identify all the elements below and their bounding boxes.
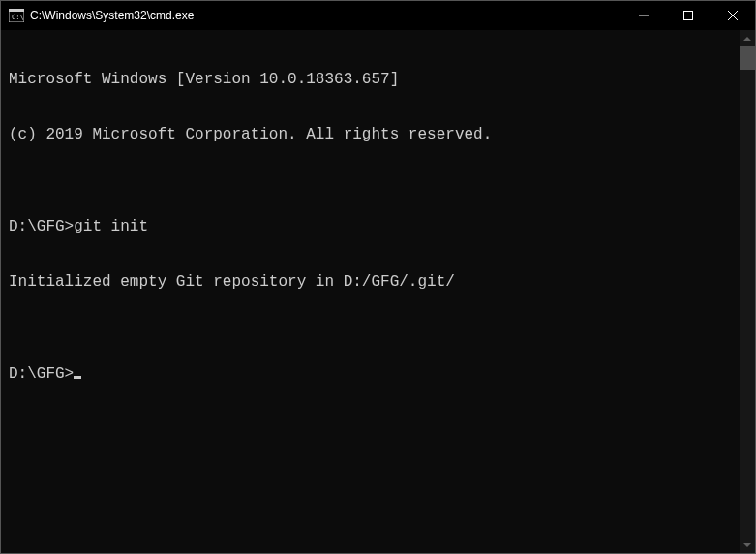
svg-rect-1: [9, 9, 24, 12]
terminal-line: Microsoft Windows [Version 10.0.18363.65…: [9, 71, 747, 89]
terminal-prompt: D:\GFG>: [9, 365, 74, 383]
maximize-button[interactable]: [666, 1, 711, 30]
terminal-body[interactable]: Microsoft Windows [Version 10.0.18363.65…: [1, 30, 755, 553]
svg-text:C:\: C:\: [12, 14, 24, 21]
window-controls: [621, 1, 755, 30]
svg-marker-7: [743, 37, 751, 41]
terminal-prompt-line: D:\GFG>: [9, 365, 747, 384]
terminal-line: D:\GFG>git init: [9, 218, 747, 236]
scrollbar-down-button[interactable]: [740, 537, 755, 553]
terminal-line: Initialized empty Git repository in D:/G…: [9, 273, 747, 292]
cmd-icon: C:\: [9, 8, 24, 23]
window-title: C:\Windows\System32\cmd.exe: [30, 9, 621, 22]
terminal-content: Microsoft Windows [Version 10.0.18363.65…: [9, 34, 747, 420]
terminal-line: (c) 2019 Microsoft Corporation. All righ…: [9, 126, 747, 144]
svg-marker-8: [743, 543, 751, 547]
minimize-button[interactable]: [621, 1, 666, 30]
scrollbar-up-button[interactable]: [740, 30, 755, 46]
window-titlebar[interactable]: C:\ C:\Windows\System32\cmd.exe: [1, 1, 755, 30]
vertical-scrollbar[interactable]: [740, 30, 755, 553]
terminal-cursor: [74, 376, 81, 379]
close-button[interactable]: [711, 1, 755, 30]
scrollbar-thumb[interactable]: [740, 46, 755, 70]
svg-rect-4: [684, 12, 693, 20]
